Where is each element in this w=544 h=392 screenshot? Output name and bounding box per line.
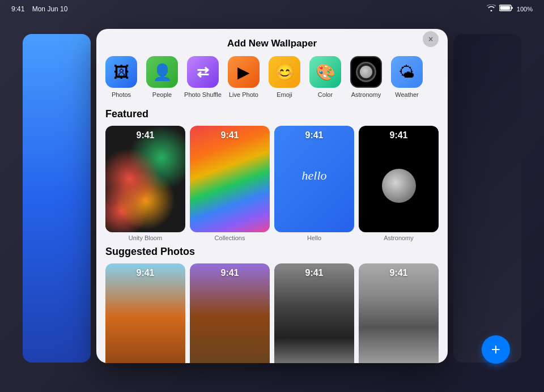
wallpaper-item-bw1[interactable]: 9:41: [274, 263, 354, 363]
wallpaper-time-bw1: 9:41: [274, 268, 354, 278]
weather-icon: 🌤: [391, 56, 423, 88]
add-wallpaper-modal: Add New Wallpaper × 🖼Photos👤People⇄Photo…: [96, 29, 448, 363]
astronomy-label: Astronomy: [351, 91, 381, 98]
status-time: 9:41: [11, 5, 24, 13]
livephoto-icon: ▶: [228, 56, 260, 88]
wallpaper-time-astronomy: 9:41: [359, 130, 439, 140]
wallpaper-thumb-hello: 9:41hello: [274, 126, 354, 232]
modal-content: Featured 9:41Unity Bloom9:41Collections9…: [96, 98, 448, 363]
people-label: People: [152, 91, 172, 98]
wallpaper-time-sheep: 9:41: [359, 268, 439, 278]
shuffle-icon: ⇄: [187, 56, 219, 88]
wallpaper-thumb-collections: 9:41: [190, 126, 270, 232]
wallpaper-item-land2[interactable]: 9:41: [190, 263, 270, 363]
wallpaper-time-land1: 9:41: [105, 268, 185, 278]
type-item-livephoto[interactable]: ▶Live Photo: [223, 56, 264, 98]
wallpaper-time-collections: 9:41: [190, 130, 270, 140]
wifi-icon: [487, 5, 496, 13]
battery-percent: 100%: [517, 6, 533, 12]
wallpaper-thumb-land2: 9:41: [190, 263, 270, 363]
battery-icon: [499, 5, 513, 13]
shuffle-label: Photo Shuffle: [184, 91, 222, 98]
add-wallpaper-fab[interactable]: +: [482, 335, 510, 364]
status-bar: 9:41 Mon Jun 10 100%: [0, 5, 544, 13]
livephoto-label: Live Photo: [229, 91, 258, 98]
status-icons: 100%: [487, 5, 533, 13]
type-item-emoji[interactable]: 😊Emoji: [264, 56, 305, 98]
featured-section: Featured 9:41Unity Bloom9:41Collections9…: [105, 108, 439, 241]
wallpaper-label-astronomy: Astronomy: [359, 235, 439, 241]
featured-title: Featured: [105, 108, 439, 120]
type-item-photos[interactable]: 🖼Photos: [101, 56, 142, 98]
astronomy-icon: [350, 56, 382, 88]
wallpaper-label-unity: Unity Bloom: [105, 235, 185, 241]
wallpaper-time-hello: 9:41: [274, 130, 354, 140]
modal-header: Add New Wallpaper ×: [96, 29, 448, 49]
suggested-grid: 9:419:419:419:41: [105, 263, 439, 363]
wallpaper-item-hello[interactable]: 9:41helloHello: [274, 126, 354, 241]
wallpaper-item-sheep[interactable]: 9:41: [359, 263, 439, 363]
wallpaper-thumb-bw1: 9:41: [274, 263, 354, 363]
wallpaper-thumb-sheep: 9:41: [359, 263, 439, 363]
type-item-shuffle[interactable]: ⇄Photo Shuffle: [182, 56, 223, 98]
wallpaper-thumb-astronomy: 9:41: [359, 126, 439, 232]
emoji-icon: 😊: [269, 56, 300, 88]
status-time-date: 9:41 Mon Jun 10: [11, 5, 67, 13]
wallpaper-label-hello: Hello: [274, 235, 354, 241]
wallpaper-thumb-land1: 9:41: [105, 263, 185, 363]
wallpaper-item-collections[interactable]: 9:41Collections: [190, 126, 270, 241]
weather-label: Weather: [395, 91, 418, 98]
left-wallpaper-preview[interactable]: [23, 34, 91, 363]
suggested-title: Suggested Photos: [105, 246, 439, 258]
status-date: Mon Jun 10: [32, 5, 68, 13]
photos-icon: 🖼: [105, 56, 137, 88]
color-icon: 🎨: [309, 56, 341, 88]
wallpaper-time-unity: 9:41: [105, 130, 185, 140]
type-item-people[interactable]: 👤People: [142, 56, 182, 98]
wallpaper-type-row: 🖼Photos👤People⇄Photo Shuffle▶Live Photo😊…: [96, 49, 448, 98]
svg-rect-1: [500, 6, 510, 10]
people-icon: 👤: [146, 56, 178, 88]
type-item-astronomy[interactable]: Astronomy: [346, 56, 386, 98]
wallpaper-item-astronomy[interactable]: 9:41Astronomy: [359, 126, 439, 241]
modal-title: Add New Wallpaper: [227, 38, 317, 49]
wallpaper-time-land2: 9:41: [190, 268, 270, 278]
close-button[interactable]: ×: [423, 31, 439, 47]
suggested-section: Suggested Photos 9:419:419:419:41: [105, 246, 439, 363]
wallpaper-thumb-unity: 9:41: [105, 126, 185, 232]
right-wallpaper-preview[interactable]: [453, 34, 521, 363]
type-item-color[interactable]: 🎨Color: [305, 56, 346, 98]
wallpaper-item-land1[interactable]: 9:41: [105, 263, 185, 363]
featured-grid: 9:41Unity Bloom9:41Collections9:41helloH…: [105, 126, 439, 241]
wallpaper-label-collections: Collections: [190, 235, 270, 241]
color-label: Color: [318, 91, 333, 98]
type-item-weather[interactable]: 🌤Weather: [386, 56, 427, 98]
photos-label: Photos: [112, 91, 131, 98]
wallpaper-item-unity[interactable]: 9:41Unity Bloom: [105, 126, 185, 241]
emoji-label: Emoji: [277, 91, 292, 98]
